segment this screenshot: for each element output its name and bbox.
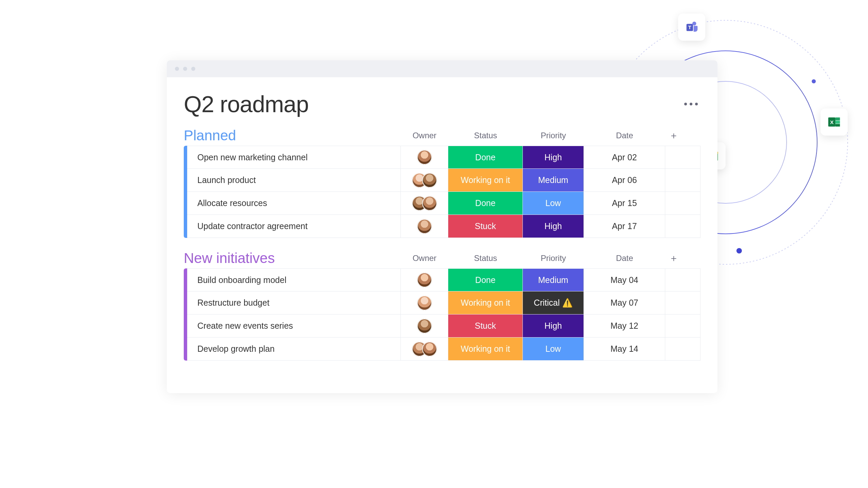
table-row[interactable]: Allocate resourcesDoneLowApr 15 (187, 192, 701, 215)
owner-cell[interactable] (401, 146, 448, 168)
table-row[interactable]: Restructure budgetWorking on itCritical … (187, 291, 701, 314)
group-rows: Open new marketing channelDoneHighApr 02… (184, 146, 701, 238)
date-cell[interactable]: Apr 15 (584, 192, 665, 215)
task-cell[interactable]: Launch product (187, 169, 401, 191)
extra-cell (665, 169, 682, 191)
table-row[interactable]: Develop growth planWorking on itLowMay 1… (187, 338, 701, 361)
date-cell[interactable]: Apr 02 (584, 146, 665, 168)
svg-point-7 (692, 22, 696, 26)
task-cell[interactable]: Open new marketing channel (187, 146, 401, 168)
extra-cell (665, 192, 682, 215)
date-cell[interactable]: May 14 (584, 338, 665, 360)
column-header-date[interactable]: Date (584, 131, 665, 140)
group-rows: Build onboarding modelDoneMediumMay 04Re… (184, 268, 701, 361)
avatar (422, 342, 437, 357)
priority-cell[interactable]: High (523, 314, 584, 337)
column-header-priority[interactable]: Priority (523, 253, 584, 263)
svg-point-4 (736, 248, 742, 253)
date-cell[interactable]: Apr 17 (584, 215, 665, 238)
status-cell[interactable]: Working on it (448, 338, 523, 360)
column-header-status[interactable]: Status (448, 253, 523, 263)
avatar (422, 196, 437, 211)
ellipsis-icon (695, 103, 698, 105)
add-column-button[interactable]: ＋ (665, 129, 682, 142)
page-title: Q2 roadmap (184, 91, 309, 117)
task-cell[interactable]: Build onboarding model (187, 269, 401, 291)
table-row[interactable]: Create new events seriesStuckHighMay 12 (187, 314, 701, 338)
column-header-owner[interactable]: Owner (401, 253, 448, 263)
status-cell[interactable]: Stuck (448, 314, 523, 337)
status-cell[interactable]: Done (448, 269, 523, 291)
traffic-light-dot (183, 67, 187, 71)
table-row[interactable]: Build onboarding modelDoneMediumMay 04 (187, 268, 701, 291)
column-header-priority[interactable]: Priority (523, 131, 584, 140)
group-header: New initiativesOwnerStatusPriorityDate＋ (184, 250, 701, 266)
status-cell[interactable]: Working on it (448, 291, 523, 314)
extra-cell (665, 338, 682, 360)
group-title[interactable]: Planned (184, 127, 401, 144)
date-cell[interactable]: May 04 (584, 269, 665, 291)
owner-cell[interactable] (401, 269, 448, 291)
status-cell[interactable]: Working on it (448, 169, 523, 191)
group-header: PlannedOwnerStatusPriorityDate＋ (184, 127, 701, 144)
priority-cell[interactable]: Low (523, 192, 584, 215)
svg-text:X: X (830, 119, 834, 125)
table-row[interactable]: Open new marketing channelDoneHighApr 02 (187, 146, 701, 169)
traffic-light-dot (175, 67, 179, 71)
window-titlebar (167, 60, 717, 77)
avatar (417, 319, 432, 333)
avatar (417, 296, 432, 310)
plus-icon: ＋ (669, 129, 678, 142)
traffic-light-dot (191, 67, 195, 71)
date-cell[interactable]: May 07 (584, 291, 665, 314)
owner-cell[interactable] (401, 192, 448, 215)
priority-cell[interactable]: Medium (523, 169, 584, 191)
group-title[interactable]: New initiatives (184, 250, 401, 266)
task-cell[interactable]: Allocate resources (187, 192, 401, 215)
priority-cell[interactable]: High (523, 146, 584, 168)
ellipsis-icon (684, 103, 687, 105)
owner-cell[interactable] (401, 215, 448, 238)
add-column-button[interactable]: ＋ (665, 252, 682, 265)
avatar (417, 150, 432, 165)
priority-cell[interactable]: Critical ⚠️ (523, 291, 584, 314)
extra-cell (665, 146, 682, 168)
more-button[interactable] (682, 100, 701, 108)
column-header-owner[interactable]: Owner (401, 131, 448, 140)
svg-rect-11 (835, 121, 840, 124)
priority-cell[interactable]: High (523, 215, 584, 238)
avatar (422, 173, 437, 188)
integration-excel-icon: X (821, 108, 848, 136)
avatar (417, 219, 432, 234)
svg-point-3 (812, 79, 816, 83)
group: New initiativesOwnerStatusPriorityDate＋B… (184, 250, 701, 361)
status-cell[interactable]: Done (448, 146, 523, 168)
extra-cell (665, 269, 682, 291)
status-cell[interactable]: Stuck (448, 215, 523, 238)
status-cell[interactable]: Done (448, 192, 523, 215)
board-window: Q2 roadmap PlannedOwnerStatusPriorityDat… (167, 60, 717, 393)
plus-icon: ＋ (669, 252, 678, 265)
date-cell[interactable]: Apr 06 (584, 169, 665, 191)
priority-cell[interactable]: Low (523, 338, 584, 360)
owner-cell[interactable] (401, 338, 448, 360)
owner-cell[interactable] (401, 291, 448, 314)
priority-cell[interactable]: Medium (523, 269, 584, 291)
extra-cell (665, 291, 682, 314)
task-cell[interactable]: Update contractor agreement (187, 215, 401, 238)
svg-rect-12 (835, 124, 840, 127)
table-row[interactable]: Launch productWorking on itMediumApr 06 (187, 169, 701, 192)
column-header-status[interactable]: Status (448, 131, 523, 140)
integration-teams-icon: T (678, 14, 705, 41)
date-cell[interactable]: May 12 (584, 314, 665, 337)
task-cell[interactable]: Develop growth plan (187, 338, 401, 360)
extra-cell (665, 314, 682, 337)
task-cell[interactable]: Create new events series (187, 314, 401, 337)
owner-cell[interactable] (401, 314, 448, 337)
task-cell[interactable]: Restructure budget (187, 291, 401, 314)
column-header-date[interactable]: Date (584, 253, 665, 263)
svg-rect-10 (835, 118, 840, 121)
avatar (417, 272, 432, 287)
owner-cell[interactable] (401, 169, 448, 191)
table-row[interactable]: Update contractor agreementStuckHighApr … (187, 215, 701, 238)
